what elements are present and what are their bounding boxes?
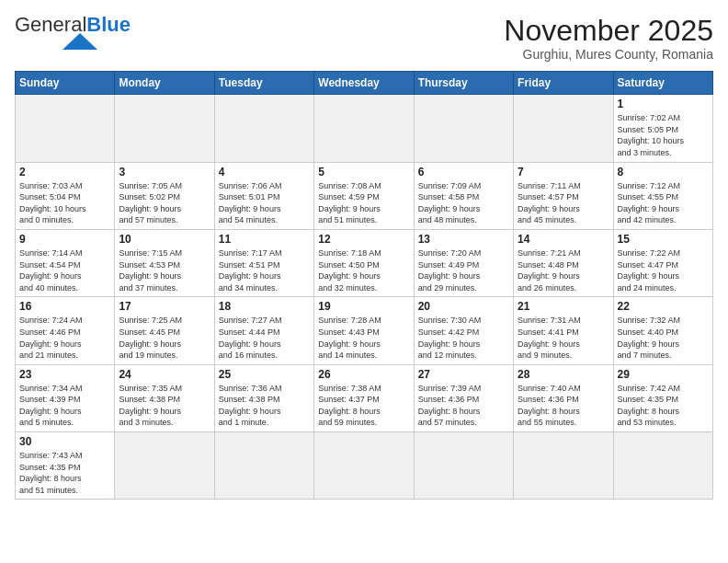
calendar-cell (214, 95, 313, 162)
calendar-week-row: 16Sunrise: 7:24 AM Sunset: 4:46 PM Dayli… (16, 297, 713, 364)
day-number: 18 (219, 300, 310, 313)
calendar-cell: 25Sunrise: 7:36 AM Sunset: 4:38 PM Dayli… (214, 364, 313, 431)
calendar-cell: 18Sunrise: 7:27 AM Sunset: 4:44 PM Dayli… (214, 297, 313, 364)
calendar-cell: 28Sunrise: 7:40 AM Sunset: 4:36 PM Dayli… (514, 364, 613, 431)
calendar-cell (115, 432, 214, 500)
day-number: 1 (618, 98, 709, 110)
weekday-header: Monday (115, 72, 214, 95)
day-info: Sunrise: 7:06 AM Sunset: 5:01 PM Dayligh… (219, 180, 310, 226)
calendar-cell: 9Sunrise: 7:14 AM Sunset: 4:54 PM Daylig… (16, 229, 115, 296)
calendar-cell: 11Sunrise: 7:17 AM Sunset: 4:51 PM Dayli… (214, 229, 313, 296)
day-info: Sunrise: 7:28 AM Sunset: 4:43 PM Dayligh… (318, 315, 409, 361)
calendar-cell: 23Sunrise: 7:34 AM Sunset: 4:39 PM Dayli… (16, 364, 115, 431)
calendar-cell: 26Sunrise: 7:38 AM Sunset: 4:37 PM Dayli… (314, 364, 414, 431)
day-number: 14 (518, 233, 609, 246)
day-number: 2 (19, 166, 110, 178)
calendar-cell: 15Sunrise: 7:22 AM Sunset: 4:47 PM Dayli… (613, 229, 712, 296)
day-number: 24 (119, 368, 210, 381)
weekday-header: Friday (514, 72, 613, 95)
day-number: 15 (618, 233, 709, 246)
day-info: Sunrise: 7:05 AM Sunset: 5:02 PM Dayligh… (119, 180, 210, 226)
calendar-week-row: 9Sunrise: 7:14 AM Sunset: 4:54 PM Daylig… (16, 229, 713, 296)
page-header: General Blue November 2025 Gurghiu, Mure… (15, 15, 713, 62)
calendar-cell: 20Sunrise: 7:30 AM Sunset: 4:42 PM Dayli… (414, 297, 513, 364)
day-info: Sunrise: 7:40 AM Sunset: 4:36 PM Dayligh… (518, 383, 609, 429)
weekday-header: Thursday (414, 72, 513, 95)
calendar-cell: 12Sunrise: 7:18 AM Sunset: 4:50 PM Dayli… (314, 229, 414, 296)
calendar-cell: 29Sunrise: 7:42 AM Sunset: 4:35 PM Dayli… (613, 364, 712, 431)
day-number: 26 (318, 368, 409, 381)
logo: General Blue (15, 15, 131, 52)
day-info: Sunrise: 7:32 AM Sunset: 4:40 PM Dayligh… (618, 315, 709, 361)
calendar-cell: 14Sunrise: 7:21 AM Sunset: 4:48 PM Dayli… (514, 229, 613, 296)
day-number: 3 (119, 166, 210, 178)
day-info: Sunrise: 7:17 AM Sunset: 4:51 PM Dayligh… (219, 247, 310, 293)
day-info: Sunrise: 7:20 AM Sunset: 4:49 PM Dayligh… (418, 247, 509, 293)
day-info: Sunrise: 7:12 AM Sunset: 4:55 PM Dayligh… (618, 180, 709, 226)
weekday-header: Wednesday (314, 72, 414, 95)
day-number: 5 (318, 166, 409, 178)
day-number: 28 (518, 368, 609, 381)
day-number: 6 (418, 166, 509, 178)
day-info: Sunrise: 7:18 AM Sunset: 4:50 PM Dayligh… (318, 247, 409, 293)
title-block: November 2025 Gurghiu, Mures County, Rom… (504, 15, 713, 62)
day-number: 17 (119, 300, 210, 313)
day-number: 21 (518, 300, 609, 313)
calendar-week-row: 2Sunrise: 7:03 AM Sunset: 5:04 PM Daylig… (16, 162, 713, 229)
calendar-cell: 3Sunrise: 7:05 AM Sunset: 5:02 PM Daylig… (115, 162, 214, 229)
day-info: Sunrise: 7:09 AM Sunset: 4:58 PM Dayligh… (418, 180, 509, 226)
location-title: Gurghiu, Mures County, Romania (504, 47, 713, 62)
svg-marker-0 (63, 33, 97, 50)
weekday-header: Tuesday (214, 72, 313, 95)
day-info: Sunrise: 7:15 AM Sunset: 4:53 PM Dayligh… (119, 247, 210, 293)
calendar-cell: 30Sunrise: 7:43 AM Sunset: 4:35 PM Dayli… (16, 432, 115, 500)
calendar-cell (314, 95, 414, 162)
day-info: Sunrise: 7:22 AM Sunset: 4:47 PM Dayligh… (618, 247, 709, 293)
day-info: Sunrise: 7:35 AM Sunset: 4:38 PM Dayligh… (119, 383, 210, 429)
logo-icon (63, 31, 97, 52)
calendar-cell: 8Sunrise: 7:12 AM Sunset: 4:55 PM Daylig… (613, 162, 712, 229)
weekday-header: Sunday (16, 72, 115, 95)
day-info: Sunrise: 7:14 AM Sunset: 4:54 PM Dayligh… (19, 247, 110, 293)
day-info: Sunrise: 7:02 AM Sunset: 5:05 PM Dayligh… (618, 112, 709, 158)
day-number: 7 (518, 166, 609, 178)
day-number: 27 (418, 368, 509, 381)
day-info: Sunrise: 7:08 AM Sunset: 4:59 PM Dayligh… (318, 180, 409, 226)
day-info: Sunrise: 7:31 AM Sunset: 4:41 PM Dayligh… (518, 315, 609, 361)
day-number: 29 (618, 368, 709, 381)
calendar-cell: 19Sunrise: 7:28 AM Sunset: 4:43 PM Dayli… (314, 297, 414, 364)
day-info: Sunrise: 7:30 AM Sunset: 4:42 PM Dayligh… (418, 315, 509, 361)
day-info: Sunrise: 7:42 AM Sunset: 4:35 PM Dayligh… (618, 383, 709, 429)
calendar-cell (115, 95, 214, 162)
day-info: Sunrise: 7:34 AM Sunset: 4:39 PM Dayligh… (19, 383, 110, 429)
calendar-cell: 27Sunrise: 7:39 AM Sunset: 4:36 PM Dayli… (414, 364, 513, 431)
calendar-cell (514, 432, 613, 500)
day-number: 13 (418, 233, 509, 246)
day-number: 11 (219, 233, 310, 246)
day-info: Sunrise: 7:39 AM Sunset: 4:36 PM Dayligh… (418, 383, 509, 429)
calendar-cell: 5Sunrise: 7:08 AM Sunset: 4:59 PM Daylig… (314, 162, 414, 229)
day-info: Sunrise: 7:38 AM Sunset: 4:37 PM Dayligh… (318, 383, 409, 429)
day-number: 22 (618, 300, 709, 313)
day-info: Sunrise: 7:27 AM Sunset: 4:44 PM Dayligh… (219, 315, 310, 361)
day-info: Sunrise: 7:43 AM Sunset: 4:35 PM Dayligh… (19, 450, 110, 496)
calendar-week-row: 1Sunrise: 7:02 AM Sunset: 5:05 PM Daylig… (16, 95, 713, 162)
calendar-cell (414, 95, 513, 162)
calendar-cell: 24Sunrise: 7:35 AM Sunset: 4:38 PM Dayli… (115, 364, 214, 431)
calendar-week-row: 23Sunrise: 7:34 AM Sunset: 4:39 PM Dayli… (16, 364, 713, 431)
day-number: 9 (19, 233, 110, 246)
calendar-cell: 22Sunrise: 7:32 AM Sunset: 4:40 PM Dayli… (613, 297, 712, 364)
weekday-header-row: SundayMondayTuesdayWednesdayThursdayFrid… (16, 72, 713, 95)
calendar-table: SundayMondayTuesdayWednesdayThursdayFrid… (15, 71, 713, 500)
calendar-cell (16, 95, 115, 162)
calendar-cell (314, 432, 414, 500)
calendar-cell (214, 432, 313, 500)
calendar-cell: 10Sunrise: 7:15 AM Sunset: 4:53 PM Dayli… (115, 229, 214, 296)
calendar-cell: 2Sunrise: 7:03 AM Sunset: 5:04 PM Daylig… (16, 162, 115, 229)
day-info: Sunrise: 7:36 AM Sunset: 4:38 PM Dayligh… (219, 383, 310, 429)
day-number: 23 (19, 368, 110, 381)
weekday-header: Saturday (613, 72, 712, 95)
calendar-cell: 1Sunrise: 7:02 AM Sunset: 5:05 PM Daylig… (613, 95, 712, 162)
day-info: Sunrise: 7:21 AM Sunset: 4:48 PM Dayligh… (518, 247, 609, 293)
day-number: 4 (219, 166, 310, 178)
